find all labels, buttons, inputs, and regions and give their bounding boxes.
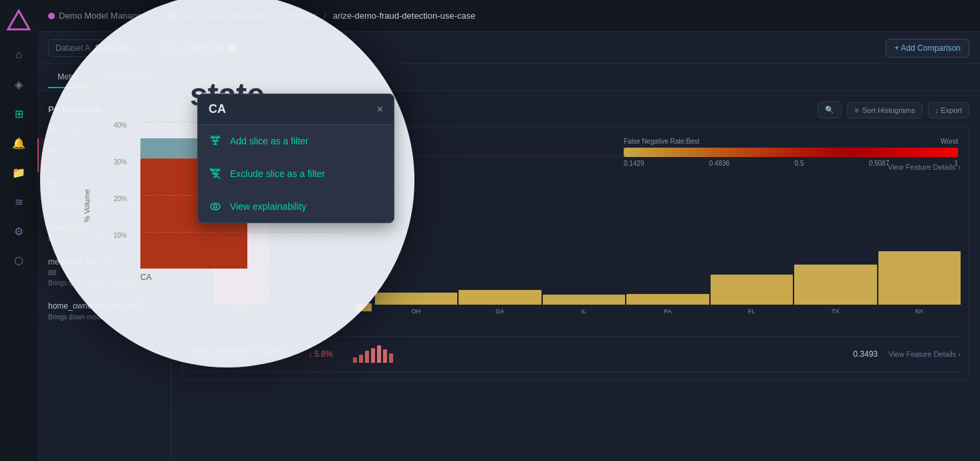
context-close-button[interactable]: × [377,104,383,116]
filter-exclude-icon [209,167,222,180]
bar-group-pa[interactable]: PA [626,294,709,315]
zy-label-2: 20% [114,195,127,202]
search-button[interactable]: 🔍 [818,102,842,118]
exclude-slice-filter-item[interactable]: Exclude slice as a filter [198,158,394,190]
app-logo[interactable] [7,8,31,32]
data-icon[interactable]: ≋ [7,190,31,214]
bar-group-il[interactable]: IL [543,295,626,315]
folder-icon[interactable]: 📁 [7,160,31,184]
context-menu: CA × Add slice as a filter Exclude slice… [197,94,394,223]
context-header: CA × [198,94,394,125]
view-explainability-label: View explainability [230,201,306,212]
eye-icon [209,200,222,213]
zy-label-0: 40% [114,122,127,129]
sort-icon: ≡ [854,106,858,114]
row-value-0: ↓ 5.8% [308,349,342,359]
bar-label-il: IL [581,308,586,315]
scale-container: False Negative Rate: Best Worst 0.1429 0… [624,138,958,167]
grid-icon[interactable]: ⊞ [7,102,31,126]
bottom-row-1: revol_bal 0.3312 View Feature Details › [191,371,961,380]
bar-ny [878,251,961,305]
zoomed-y-labels: 40% 30% 20% 10% [114,122,127,269]
zoomed-bar-x-label: CA [140,273,341,282]
scale-labels: False Negative Rate: Best Worst [624,138,958,145]
bar-group-fl[interactable]: FL [711,275,793,315]
gear-icon[interactable]: ⚙ [7,219,31,243]
sidebar: ⌂ ◈ ⊞ 🔔 📁 ≋ ⚙ ⬡ [0,0,37,461]
home-icon[interactable]: ⌂ [7,43,31,67]
bar-label-ny: NY [915,308,924,315]
add-slice-filter-label: Add slice as a filter [230,136,309,146]
scale-val-4: 1 [954,160,958,167]
bar-group-ga[interactable]: GA [459,290,541,315]
scale-val-0: 0.1429 [624,160,644,167]
bar-label-pa: PA [664,308,671,315]
dataset-a-label: Dataset A [55,43,90,53]
best-label: Best [686,138,699,145]
chevron-right-icon: › [958,163,961,171]
scale-val-2: 0.5 [795,160,804,167]
bar-label-oh: OH [412,308,421,315]
sort-label: Sort Histograms [862,106,915,114]
zy-label-3: 10% [114,232,127,239]
bar-pa [626,294,709,305]
bar-fl [711,275,793,305]
svg-marker-0 [8,11,29,29]
context-title: CA [209,102,226,116]
bar-label-tx: TX [832,308,840,315]
bar-label-ga: GA [495,308,504,315]
svg-point-5 [214,205,217,208]
bar-group-ny[interactable]: NY [878,251,961,315]
bar-ga [459,290,541,305]
scale-bar [624,148,958,157]
breadcrumb-label-4: arize-demo-fraud-detection-use-case [333,11,475,21]
mini-bar-0c [365,351,369,363]
zy-label-1: 30% [114,158,127,166]
fn-rate-label: False Negative Rate: [624,138,686,145]
view-explainability-item[interactable]: View explainability [198,190,394,222]
mini-bar-0g [389,353,393,363]
plugin-icon[interactable]: ⬡ [7,249,31,273]
row-chart-0 [352,345,827,363]
breadcrumb-dot-1 [48,13,55,19]
search-icon: 🔍 [825,106,834,114]
mini-bar-0d [371,348,375,363]
mini-bar-0f [383,349,387,363]
bar-oh [375,293,458,305]
breadcrumb-sep-3: / [324,11,326,21]
bar-group-oh[interactable]: OH [375,293,458,315]
add-slice-filter-item[interactable]: Add slice as a filter [198,125,394,158]
mini-bar-0a [353,357,357,363]
scale-values: 0.1429 0.4836 0.5 0.5087 1 [624,160,958,167]
bar-tx [794,265,877,305]
filter-add-icon [209,134,222,148]
scale-val-3: 0.5087 [869,160,890,167]
bar-label-fl: FL [748,308,755,315]
scale-val-1: 0.4836 [709,160,730,167]
export-button[interactable]: ↓ Export [928,102,969,118]
bell-icon[interactable]: 🔔 [7,131,31,155]
exclude-slice-filter-label: Exclude slice as a filter [230,168,325,179]
svg-point-4 [211,203,220,210]
add-comparison-label: + Add Comparison [894,43,961,53]
view-feature-link-0[interactable]: View Feature Details › [888,350,961,358]
export-label: ↓ Export [935,106,962,114]
y-axis-label: % Volume [83,189,91,222]
mini-bar-0b [359,355,363,363]
cube-icon[interactable]: ◈ [7,72,31,96]
sort-histograms-button[interactable]: ≡ Sort Histograms [847,102,922,118]
breadcrumb-item-4: arize-demo-fraud-detection-use-case [333,11,475,21]
row-importance-0: 0.3493 [838,349,878,359]
mini-bar-0e [377,345,381,363]
bar-group-tx[interactable]: TX [794,265,877,315]
worst-label: Worst [941,138,958,145]
bar-il [543,295,626,305]
add-comparison-button[interactable]: + Add Comparison [886,39,969,57]
